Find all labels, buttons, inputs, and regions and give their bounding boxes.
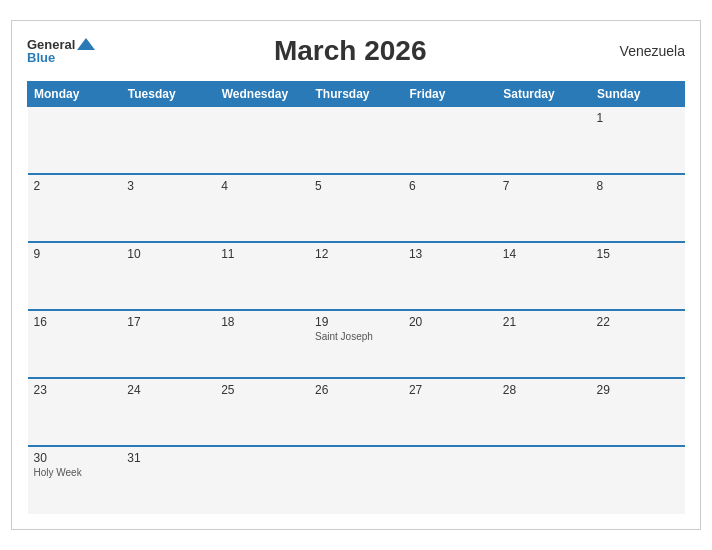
calendar-cell: 11 xyxy=(215,242,309,310)
weekday-header-sunday: Sunday xyxy=(591,81,685,106)
calendar-cell: 22 xyxy=(591,310,685,378)
svg-marker-0 xyxy=(77,38,95,50)
calendar-cell: 1 xyxy=(591,106,685,174)
calendar-cell: 12 xyxy=(309,242,403,310)
day-number: 30 xyxy=(34,451,116,465)
day-number: 31 xyxy=(127,451,209,465)
weekday-header-friday: Friday xyxy=(403,81,497,106)
day-number: 14 xyxy=(503,247,585,261)
calendar-cell xyxy=(121,106,215,174)
weekday-header-tuesday: Tuesday xyxy=(121,81,215,106)
day-number: 1 xyxy=(597,111,679,125)
calendar-cell: 24 xyxy=(121,378,215,446)
weekday-header-saturday: Saturday xyxy=(497,81,591,106)
day-number: 25 xyxy=(221,383,303,397)
logo-area: General Blue xyxy=(27,38,95,64)
day-number: 10 xyxy=(127,247,209,261)
day-number: 6 xyxy=(409,179,491,193)
calendar-cell: 26 xyxy=(309,378,403,446)
day-number: 2 xyxy=(34,179,116,193)
week-row-5: 23242526272829 xyxy=(28,378,685,446)
calendar-cell: 13 xyxy=(403,242,497,310)
calendar-cell: 23 xyxy=(28,378,122,446)
calendar-cell: 18 xyxy=(215,310,309,378)
holiday-name: Saint Joseph xyxy=(315,331,397,342)
calendar-cell xyxy=(591,446,685,514)
calendar-cell: 10 xyxy=(121,242,215,310)
calendar-cell: 3 xyxy=(121,174,215,242)
day-number: 23 xyxy=(34,383,116,397)
day-number: 13 xyxy=(409,247,491,261)
day-number: 27 xyxy=(409,383,491,397)
calendar-cell: 9 xyxy=(28,242,122,310)
calendar-cell: 20 xyxy=(403,310,497,378)
calendar-cell: 14 xyxy=(497,242,591,310)
day-number: 16 xyxy=(34,315,116,329)
day-number: 26 xyxy=(315,383,397,397)
calendar-cell: 7 xyxy=(497,174,591,242)
country-name: Venezuela xyxy=(605,43,685,59)
day-number: 3 xyxy=(127,179,209,193)
week-row-6: 30Holy Week31 xyxy=(28,446,685,514)
day-number: 5 xyxy=(315,179,397,193)
day-number: 22 xyxy=(597,315,679,329)
calendar-cell: 16 xyxy=(28,310,122,378)
day-number: 19 xyxy=(315,315,397,329)
calendar-cell xyxy=(215,106,309,174)
day-number: 29 xyxy=(597,383,679,397)
logo-general-text: General xyxy=(27,38,75,51)
logo-blue-text: Blue xyxy=(27,51,55,64)
week-row-3: 9101112131415 xyxy=(28,242,685,310)
week-row-1: 1 xyxy=(28,106,685,174)
calendar-cell: 27 xyxy=(403,378,497,446)
day-number: 7 xyxy=(503,179,585,193)
calendar-cell xyxy=(309,446,403,514)
week-row-4: 16171819Saint Joseph202122 xyxy=(28,310,685,378)
weekday-header-thursday: Thursday xyxy=(309,81,403,106)
day-number: 9 xyxy=(34,247,116,261)
calendar-cell: 21 xyxy=(497,310,591,378)
calendar-cell: 2 xyxy=(28,174,122,242)
day-number: 4 xyxy=(221,179,303,193)
calendar-cell: 15 xyxy=(591,242,685,310)
calendar-cell: 19Saint Joseph xyxy=(309,310,403,378)
calendar-cell: 6 xyxy=(403,174,497,242)
weekday-header-monday: Monday xyxy=(28,81,122,106)
calendar-cell: 5 xyxy=(309,174,403,242)
week-row-2: 2345678 xyxy=(28,174,685,242)
calendar-header: General Blue March 2026 Venezuela xyxy=(27,31,685,71)
calendar-cell: 25 xyxy=(215,378,309,446)
calendar-cell: 30Holy Week xyxy=(28,446,122,514)
day-number: 17 xyxy=(127,315,209,329)
calendar-cell xyxy=(497,446,591,514)
day-number: 11 xyxy=(221,247,303,261)
day-number: 20 xyxy=(409,315,491,329)
day-number: 15 xyxy=(597,247,679,261)
day-number: 21 xyxy=(503,315,585,329)
calendar-cell: 28 xyxy=(497,378,591,446)
calendar-cell xyxy=(28,106,122,174)
calendar-cell: 8 xyxy=(591,174,685,242)
calendar-cell: 4 xyxy=(215,174,309,242)
calendar-wrapper: General Blue March 2026 Venezuela Monday… xyxy=(11,20,701,531)
calendar-cell xyxy=(403,106,497,174)
day-number: 8 xyxy=(597,179,679,193)
day-number: 12 xyxy=(315,247,397,261)
logo-flag-icon xyxy=(77,38,95,50)
calendar-cell: 17 xyxy=(121,310,215,378)
calendar-cell xyxy=(403,446,497,514)
holiday-name: Holy Week xyxy=(34,467,116,478)
calendar-grid: MondayTuesdayWednesdayThursdayFridaySatu… xyxy=(27,81,685,515)
weekday-header-wednesday: Wednesday xyxy=(215,81,309,106)
weekday-header-row: MondayTuesdayWednesdayThursdayFridaySatu… xyxy=(28,81,685,106)
calendar-cell: 31 xyxy=(121,446,215,514)
calendar-cell xyxy=(497,106,591,174)
day-number: 28 xyxy=(503,383,585,397)
calendar-cell xyxy=(309,106,403,174)
calendar-cell: 29 xyxy=(591,378,685,446)
calendar-title: March 2026 xyxy=(95,35,605,67)
calendar-cell xyxy=(215,446,309,514)
day-number: 24 xyxy=(127,383,209,397)
day-number: 18 xyxy=(221,315,303,329)
